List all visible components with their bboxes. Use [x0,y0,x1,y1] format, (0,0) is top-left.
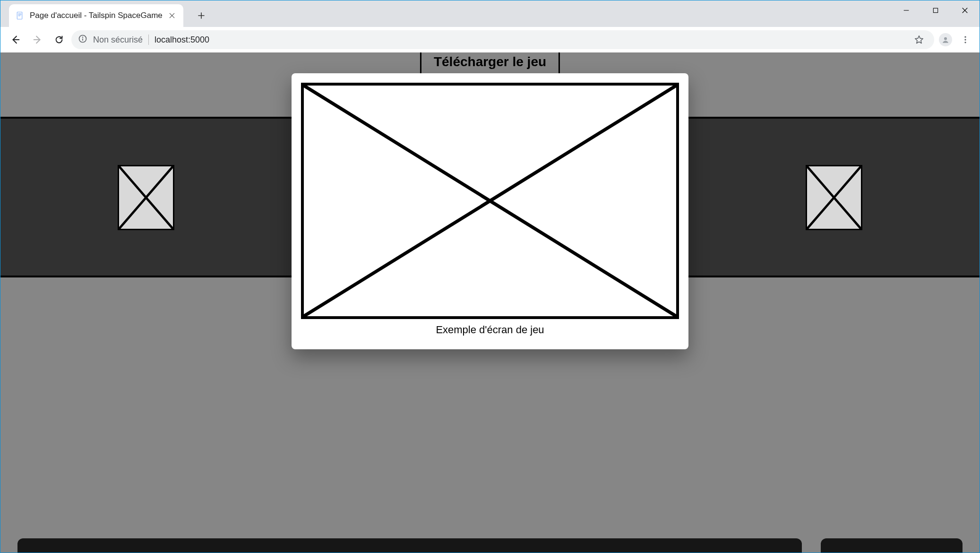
svg-rect-7 [82,38,83,41]
browser-menu-button[interactable] [957,31,974,48]
svg-point-10 [964,39,966,40]
svg-point-9 [964,36,966,38]
svg-rect-4 [933,8,937,12]
forward-button[interactable] [28,30,47,49]
browser-chrome: Page d'accueil - Tailspin SpaceGame [0,0,980,52]
profile-button[interactable] [937,31,954,48]
maximize-button[interactable] [921,0,950,20]
svg-point-11 [964,42,966,43]
svg-point-8 [944,37,947,40]
svg-rect-3 [18,16,21,16]
browser-tab[interactable]: Page d'accueil - Tailspin SpaceGame [9,4,183,27]
page-viewport: Télécharger le jeu Exemple d'écran de je… [0,52,980,553]
back-button[interactable] [6,30,25,49]
close-tab-icon[interactable] [167,11,177,20]
address-separator [148,35,149,45]
bookmark-star-icon[interactable] [911,31,928,48]
svg-point-6 [82,37,83,38]
minimize-button[interactable] [892,0,921,20]
address-url: localhost:5000 [155,35,209,45]
svg-rect-2 [18,15,22,15]
modal-caption: Exemple d'écran de jeu [301,324,679,336]
info-icon[interactable] [78,34,87,45]
close-window-button[interactable] [950,0,980,20]
tab-title: Page d'accueil - Tailspin SpaceGame [30,11,163,20]
address-bar[interactable]: Non sécurisé localhost:5000 [71,30,934,49]
screenshot-modal: Exemple d'écran de jeu [292,73,688,349]
browser-toolbar: Non sécurisé localhost:5000 [0,27,980,52]
avatar-icon [939,33,952,46]
tab-strip: Page d'accueil - Tailspin SpaceGame [0,0,980,27]
reload-button[interactable] [50,30,69,49]
window-controls [892,0,980,27]
favicon-icon [16,11,25,20]
svg-rect-1 [18,14,22,14]
placeholder-image [301,83,679,319]
security-status: Non sécurisé [93,35,143,45]
new-tab-button[interactable] [193,7,210,24]
